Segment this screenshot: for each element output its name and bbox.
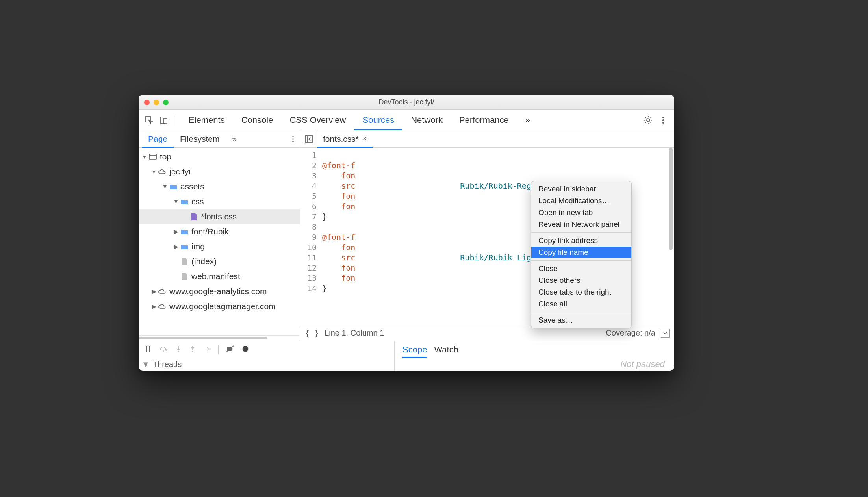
close-tab-icon[interactable]: × — [363, 135, 367, 143]
collapse-triangle-icon[interactable]: ▼ — [150, 169, 158, 175]
tab-watch[interactable]: Watch — [434, 345, 458, 355]
close-window-button[interactable] — [144, 100, 150, 105]
ctx-close[interactable]: Close — [531, 263, 631, 274]
expand-triangle-icon[interactable]: ▶ — [150, 303, 158, 310]
device-toolbar-icon[interactable] — [157, 113, 171, 127]
not-paused-label: Not paused — [620, 359, 665, 369]
navigator-tab-page[interactable]: Page — [142, 130, 174, 148]
tab-network[interactable]: Network — [403, 110, 451, 130]
tree-item-manifest[interactable]: web.manifest — [139, 269, 300, 284]
editor-tab-fontscss[interactable]: fonts.css* × — [317, 130, 373, 148]
collapse-triangle-icon[interactable]: ▼ — [161, 184, 169, 190]
ctx-close-others[interactable]: Close others — [531, 274, 631, 286]
ctx-copy-file-name[interactable]: Copy file name — [531, 247, 631, 258]
navigator-tab-filesystem[interactable]: Filesystem — [174, 130, 226, 148]
separator — [531, 232, 631, 233]
ctx-local-modifications[interactable]: Local Modifications… — [531, 195, 631, 207]
step-icon[interactable] — [203, 345, 211, 355]
maximize-window-button[interactable] — [163, 100, 169, 105]
horizontal-scrollbar[interactable] — [139, 335, 300, 341]
kebab-menu-icon[interactable] — [286, 135, 300, 143]
tree-item-index[interactable]: (index) — [139, 254, 300, 269]
file-icon — [180, 272, 189, 281]
cursor-position: Line 1, Column 1 — [325, 328, 384, 338]
svg-point-19 — [209, 348, 211, 350]
tab-css-overview[interactable]: CSS Overview — [282, 110, 354, 130]
svg-point-8 — [292, 138, 294, 140]
settings-gear-icon[interactable] — [641, 113, 655, 127]
ctx-reveal-sidebar[interactable]: Reveal in sidebar — [531, 183, 631, 195]
cloud-icon — [158, 167, 167, 176]
tree-label: www.google-analytics.com — [169, 287, 267, 296]
tree-item-top[interactable]: ▼ top — [139, 149, 300, 164]
svg-rect-14 — [146, 346, 147, 352]
tree-item-domain[interactable]: ▼ jec.fyi — [139, 164, 300, 179]
expand-triangle-icon[interactable]: ▶ — [172, 243, 180, 250]
tab-scope[interactable]: Scope — [402, 341, 427, 358]
separator — [531, 260, 631, 261]
svg-point-7 — [292, 136, 294, 137]
coverage-label: Coverage: n/a — [606, 328, 655, 338]
step-over-icon[interactable] — [159, 345, 168, 355]
ctx-close-tabs-right[interactable]: Close tabs to the right — [531, 286, 631, 298]
file-tree[interactable]: ▼ top ▼ jec.fyi ▼ assets ▼ css — [139, 148, 300, 335]
expand-triangle-icon[interactable]: ▶ — [150, 288, 158, 295]
expand-triangle-icon[interactable]: ▶ — [172, 228, 180, 235]
tab-console[interactable]: Console — [234, 110, 281, 130]
svg-point-9 — [292, 141, 294, 142]
collapse-triangle-icon[interactable]: ▼ — [142, 360, 150, 369]
tree-item-css[interactable]: ▼ css — [139, 194, 300, 209]
scope-watch-tabs: Scope Watch — [395, 341, 674, 358]
body: Page Filesystem » ▼ top ▼ jec.fyi — [139, 130, 674, 341]
titlebar: DevTools - jec.fyi/ — [139, 95, 674, 110]
coverage-toggle-icon[interactable] — [661, 329, 670, 338]
minimize-window-button[interactable] — [154, 100, 159, 105]
tree-label: assets — [180, 182, 204, 191]
pause-icon[interactable] — [144, 345, 152, 355]
cloud-icon — [158, 302, 167, 311]
ctx-reveal-network[interactable]: Reveal in Network panel — [531, 219, 631, 230]
collapse-triangle-icon[interactable]: ▼ — [172, 198, 180, 205]
collapse-triangle-icon[interactable]: ▼ — [141, 154, 148, 160]
threads-section[interactable]: ▼ Threads — [139, 358, 394, 371]
step-into-icon[interactable] — [175, 345, 182, 355]
vertical-scrollbar[interactable] — [668, 148, 673, 325]
tree-item-fontrubik[interactable]: ▶ font/Rubik — [139, 224, 300, 239]
ctx-copy-link-address[interactable]: Copy link address — [531, 235, 631, 247]
tree-item-img[interactable]: ▶ img — [139, 239, 300, 254]
svg-point-18 — [192, 351, 193, 352]
tab-performance[interactable]: Performance — [451, 110, 517, 130]
tree-item-assets[interactable]: ▼ assets — [139, 179, 300, 194]
tree-item-fontscss[interactable]: *fonts.css — [139, 209, 300, 224]
step-out-icon[interactable] — [189, 345, 196, 355]
scope-body: Not paused — [395, 358, 674, 371]
tabs-overflow[interactable]: » — [517, 110, 538, 130]
tree-label: css — [191, 197, 204, 206]
context-menu: Reveal in sidebar Local Modifications… O… — [531, 181, 632, 328]
tree-label: font/Rubik — [191, 227, 229, 236]
main-tab-bar: Elements Console CSS Overview Sources Ne… — [139, 110, 674, 130]
tab-elements[interactable]: Elements — [181, 110, 233, 130]
window-controls — [144, 100, 169, 105]
svg-point-4 — [662, 117, 664, 118]
deactivate-breakpoints-icon[interactable] — [226, 345, 234, 355]
threads-label: Threads — [153, 360, 182, 369]
kebab-menu-icon[interactable] — [656, 113, 670, 127]
tab-sources[interactable]: Sources — [354, 110, 402, 130]
ctx-close-all[interactable]: Close all — [531, 298, 631, 310]
pretty-print-icon[interactable]: { } — [305, 328, 319, 338]
folder-icon — [180, 227, 189, 236]
separator — [176, 114, 176, 126]
tree-label: jec.fyi — [169, 167, 191, 176]
navigator-tab-overflow[interactable]: » — [226, 130, 243, 148]
ctx-open-new-tab[interactable]: Open in new tab — [531, 207, 631, 219]
editor-panel: fonts.css* × 1234567891011121314 @font-f… — [300, 130, 674, 341]
svg-point-6 — [662, 122, 664, 124]
inspect-element-icon[interactable] — [142, 113, 156, 127]
pause-on-exceptions-icon[interactable] — [241, 345, 249, 355]
stylesheet-file-icon — [189, 212, 198, 221]
toggle-navigator-icon[interactable] — [300, 130, 317, 147]
tree-item-gtm[interactable]: ▶ www.googletagmanager.com — [139, 299, 300, 314]
ctx-save-as[interactable]: Save as… — [531, 314, 631, 326]
tree-item-ga[interactable]: ▶ www.google-analytics.com — [139, 284, 300, 299]
